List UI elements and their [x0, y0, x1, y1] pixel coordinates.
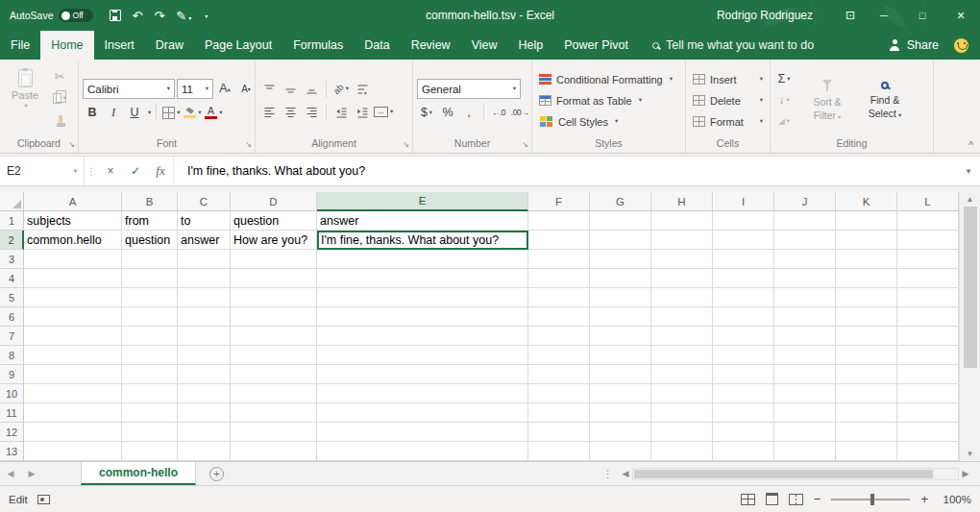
cell-I5[interactable]	[713, 288, 774, 307]
column-header-I[interactable]: I	[713, 192, 774, 211]
zoom-out-button[interactable]: −	[814, 492, 821, 506]
ribbon-display-options-button[interactable]: ⊡	[836, 9, 865, 22]
column-header-L[interactable]: L	[897, 192, 959, 211]
cell-L11[interactable]	[897, 403, 959, 423]
alignment-dialog-launcher[interactable]: ↘	[403, 140, 409, 149]
cell-B5[interactable]	[122, 288, 178, 307]
cell-J7[interactable]	[774, 327, 836, 346]
user-name[interactable]: Rodrigo Rodriguez	[717, 9, 813, 22]
autosave-toggle[interactable]: AutoSave Off	[10, 9, 93, 22]
cell-F9[interactable]	[528, 365, 590, 384]
name-box-resizer[interactable]: ⋮	[85, 166, 98, 177]
find-select-button[interactable]: Find & Select▾	[857, 82, 913, 118]
cell-D3[interactable]	[231, 250, 317, 269]
cell-D6[interactable]	[231, 307, 317, 327]
borders-button[interactable]: ▾	[161, 103, 181, 122]
decrease-indent-button[interactable]	[331, 103, 351, 122]
cut-button[interactable]: ✂	[50, 67, 69, 86]
align-center-button[interactable]	[281, 103, 300, 122]
horizontal-scroll-thumb[interactable]	[634, 470, 933, 478]
sheet-nav-left-button[interactable]: ◀	[0, 462, 21, 485]
cell-E10[interactable]	[317, 384, 528, 403]
cell-D8[interactable]	[231, 346, 317, 365]
decrease-decimal-button[interactable]: .00→	[510, 103, 529, 122]
cell-L9[interactable]	[897, 365, 959, 384]
cell-H5[interactable]	[651, 288, 713, 307]
formula-bar-expand-button[interactable]: ▾	[957, 166, 980, 176]
format-painter-button[interactable]	[50, 110, 69, 129]
cell-J8[interactable]	[774, 346, 836, 365]
cancel-entry-button[interactable]: ×	[98, 157, 123, 185]
cell-L2[interactable]	[897, 231, 959, 250]
cell-J1[interactable]	[774, 211, 836, 231]
zoom-slider[interactable]	[831, 499, 910, 500]
cell-G4[interactable]	[590, 269, 651, 288]
cell-A7[interactable]	[24, 327, 122, 346]
vertical-scroll-thumb[interactable]	[964, 207, 977, 368]
cell-G13[interactable]	[590, 442, 651, 461]
column-header-E[interactable]: E	[317, 192, 528, 211]
ribbon-tab-power-pivot[interactable]: Power Pivot	[553, 31, 639, 60]
cell-L13[interactable]	[897, 442, 959, 461]
cell-E12[interactable]	[317, 423, 528, 442]
cell-I9[interactable]	[713, 365, 774, 384]
cell-J9[interactable]	[774, 365, 836, 384]
cell-E8[interactable]	[317, 346, 528, 365]
align-right-button[interactable]	[302, 103, 321, 122]
cell-K10[interactable]	[836, 384, 897, 403]
enter-entry-button[interactable]: ✓	[123, 157, 148, 185]
column-header-D[interactable]: D	[231, 192, 317, 211]
cell-I10[interactable]	[713, 384, 774, 403]
cell-G12[interactable]	[590, 423, 651, 442]
close-button[interactable]: ×	[942, 0, 980, 31]
cell-I13[interactable]	[713, 442, 774, 461]
cell-K3[interactable]	[836, 250, 897, 269]
cell-J12[interactable]	[774, 423, 836, 442]
cell-F8[interactable]	[528, 346, 590, 365]
cell-D9[interactable]	[231, 365, 317, 384]
cell-E4[interactable]	[317, 269, 528, 288]
cell-L10[interactable]	[897, 384, 959, 403]
collapse-ribbon-button[interactable]: ^	[968, 140, 973, 151]
cell-K1[interactable]	[836, 211, 897, 231]
ribbon-tab-data[interactable]: Data	[354, 31, 400, 60]
conditional-formatting-button[interactable]: Conditional Formatting ▾	[536, 69, 681, 90]
cell-K13[interactable]	[836, 442, 897, 461]
cell-I3[interactable]	[713, 250, 774, 269]
cell-G1[interactable]	[590, 211, 651, 231]
row-header-2[interactable]: 2	[0, 231, 24, 250]
cell-G5[interactable]	[590, 288, 651, 307]
fill-button[interactable]: ↓▾	[774, 91, 794, 110]
cell-E7[interactable]	[317, 327, 528, 346]
zoom-in-button[interactable]: +	[920, 492, 928, 506]
row-header-11[interactable]: 11	[0, 403, 24, 423]
cell-C12[interactable]	[178, 423, 231, 442]
merge-center-button[interactable]: ↔▾	[374, 103, 393, 122]
cell-A8[interactable]	[24, 346, 122, 365]
cell-B4[interactable]	[122, 269, 178, 288]
row-header-9[interactable]: 9	[0, 365, 24, 384]
cell-C11[interactable]	[178, 403, 231, 423]
clear-button[interactable]: ◢▾	[774, 112, 794, 132]
cell-D2[interactable]: How are you?	[231, 231, 317, 250]
cell-K11[interactable]	[836, 403, 897, 423]
cell-H2[interactable]	[651, 231, 713, 250]
orientation-button[interactable]: ab▾	[331, 80, 351, 99]
font-dialog-launcher[interactable]: ↘	[245, 140, 252, 149]
column-header-G[interactable]: G	[590, 192, 651, 211]
sheet-tab-common-hello[interactable]: common-hello	[81, 462, 196, 485]
redo-button[interactable]: ↷	[154, 10, 164, 22]
cell-C7[interactable]	[178, 327, 231, 346]
delete-cells-button[interactable]: Delete ▾	[690, 90, 766, 111]
page-break-view-button[interactable]	[789, 494, 803, 505]
align-middle-button[interactable]	[281, 80, 300, 99]
normal-view-button[interactable]	[741, 494, 755, 505]
cell-H1[interactable]	[651, 211, 713, 231]
cell-H9[interactable]	[651, 365, 713, 384]
cell-B8[interactable]	[122, 346, 178, 365]
cell-L8[interactable]	[897, 346, 959, 365]
cell-K9[interactable]	[836, 365, 897, 384]
column-header-A[interactable]: A	[24, 192, 122, 211]
font-color-button[interactable]: A▾	[204, 103, 223, 122]
cell-B2[interactable]: question	[122, 231, 178, 250]
